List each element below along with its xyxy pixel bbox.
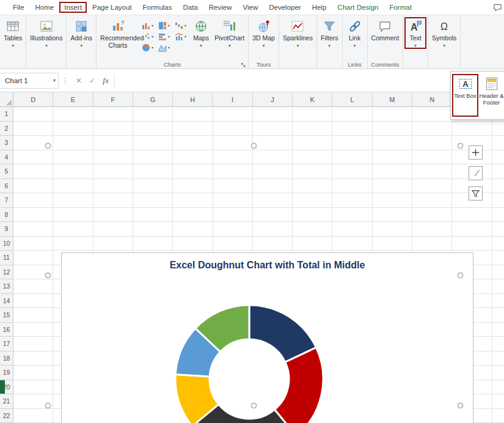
- donut-segment-chemistry[interactable]: [274, 347, 323, 423]
- row-header-3[interactable]: 3: [0, 136, 13, 150]
- chart-handle-w[interactable]: [45, 273, 51, 278]
- chart-type-waterfall-chart[interactable]: ▾: [175, 21, 186, 30]
- chart-handle-sw[interactable]: [45, 403, 51, 408]
- column-header-L[interactable]: L: [332, 92, 372, 106]
- tab-formulas[interactable]: Formulas: [137, 2, 178, 13]
- chevron-down-icon: ▾: [328, 43, 331, 48]
- tab-home[interactable]: Home: [30, 2, 60, 13]
- chart-type-hierarchy-chart[interactable]: ▾: [158, 21, 170, 30]
- chart-handle-e[interactable]: [458, 273, 463, 278]
- row-header-5[interactable]: 5: [0, 164, 13, 179]
- excel-window: FileHomeInsertPage LayoutFormulasDataRev…: [0, 0, 504, 423]
- row-header-12[interactable]: 12: [0, 265, 13, 280]
- chart-type-bar-chart[interactable]: ▾: [158, 32, 170, 41]
- row-header-16[interactable]: 16: [0, 323, 13, 337]
- row-header-18[interactable]: 18: [0, 351, 13, 366]
- name-box-caret-icon: ▾: [53, 78, 56, 83]
- chart-type-col-chart[interactable]: ▾: [142, 21, 153, 30]
- row-header-10[interactable]: 10: [0, 237, 13, 251]
- column-header-G[interactable]: G: [133, 92, 173, 106]
- chart-type-surface-chart[interactable]: ▾: [158, 43, 170, 52]
- select-all-cell[interactable]: [0, 92, 13, 107]
- ribbon-button-sparklines[interactable]: Sparklines▾: [280, 17, 315, 48]
- ribbon-button-link[interactable]: Link▾: [344, 17, 366, 48]
- chart-handle-ne[interactable]: [458, 143, 463, 149]
- column-header-I[interactable]: I: [213, 92, 252, 106]
- chart-type-pie-chart[interactable]: ▾: [142, 43, 153, 52]
- enter-icon[interactable]: ✓: [86, 76, 99, 85]
- ribbon-button-pivotchart[interactable]: PivotChart▾: [212, 17, 247, 48]
- menu-item-header-footer[interactable]: Header & Footer: [478, 74, 504, 117]
- formula-input[interactable]: [117, 73, 504, 89]
- column-header-E[interactable]: E: [53, 92, 93, 106]
- row-header-1[interactable]: 1: [0, 107, 13, 122]
- chart-elements-button[interactable]: [469, 145, 483, 160]
- chart-type-scatter-chart[interactable]: ▾: [142, 32, 153, 41]
- chart-handle-se[interactable]: [458, 403, 463, 408]
- cancel-icon[interactable]: ✕: [72, 76, 86, 85]
- row-header-11[interactable]: 11: [0, 251, 13, 265]
- tab-chart-design[interactable]: Chart Design: [332, 2, 384, 13]
- chart-handle-n[interactable]: [251, 143, 257, 149]
- chart-handle-nw[interactable]: [45, 143, 51, 149]
- svg-text:?: ?: [121, 20, 124, 26]
- tab-review[interactable]: Review: [203, 2, 238, 13]
- row-header-15[interactable]: 15: [0, 308, 13, 323]
- column-header-J[interactable]: J: [253, 92, 293, 106]
- chart-styles-button[interactable]: [469, 166, 483, 180]
- ribbon-button-3d-map[interactable]: 3D Map▾: [250, 17, 277, 48]
- tab-data[interactable]: Data: [178, 2, 203, 13]
- column-header-M[interactable]: M: [373, 92, 412, 106]
- sparkline-icon: [290, 19, 305, 34]
- ribbon-button-tables[interactable]: Tables▾: [1, 17, 24, 48]
- row-header-9[interactable]: 9: [0, 222, 13, 237]
- ribbon-button-filters[interactable]: Filters▾: [318, 17, 341, 48]
- chart-object[interactable]: Excel Doughnut Chart with Total in Middl…: [61, 252, 473, 423]
- ribbon-button-text[interactable]: AText▾: [404, 17, 426, 49]
- ribbon-button-recommended-charts[interactable]: ?Recommended Charts: [98, 17, 138, 50]
- tab-view[interactable]: View: [238, 2, 264, 13]
- tab-format[interactable]: Format: [384, 2, 417, 13]
- dialog-launcher-icon[interactable]: [241, 62, 246, 67]
- menu-item-text-box[interactable]: AText Box: [452, 74, 478, 117]
- chart-type-combo-chart[interactable]: ▾: [175, 32, 186, 41]
- ribbon-button-maps[interactable]: Maps▾: [190, 17, 212, 48]
- row-header-4[interactable]: 4: [0, 150, 13, 165]
- row-header-20[interactable]: 20: [0, 380, 13, 395]
- tab-page-layout[interactable]: Page Layout: [87, 2, 137, 13]
- chevron-down-icon: ▾: [152, 24, 153, 28]
- column-header-K[interactable]: K: [293, 92, 332, 106]
- row-header-7[interactable]: 7: [0, 193, 13, 208]
- row-header-22[interactable]: 22: [0, 409, 13, 423]
- insert-function-icon[interactable]: fx: [99, 76, 112, 86]
- row-header-13[interactable]: 13: [0, 279, 13, 294]
- headerfooter-icon: [484, 76, 500, 92]
- name-box[interactable]: Chart 1 ▾: [0, 73, 59, 89]
- row-header-6[interactable]: 6: [0, 179, 13, 194]
- worksheet-grid[interactable]: Excel Doughnut Chart with Total in Middl…: [13, 107, 504, 423]
- ribbon-button-symbols[interactable]: ΩSymbols▾: [429, 17, 459, 48]
- chart-filters-button[interactable]: [469, 186, 483, 200]
- row-header-14[interactable]: 14: [0, 294, 13, 309]
- ribbon-group-charts: ?Recommended Charts▾▾▾▾▾▾▾▾Maps▾PivotCha…: [97, 15, 249, 68]
- row-header-8[interactable]: 8: [0, 208, 13, 223]
- row-header-19[interactable]: 19: [0, 366, 13, 380]
- ribbon-button-add-ins[interactable]: Add-ins▾: [68, 17, 95, 48]
- ribbon-button-illustrations[interactable]: Illustrations▾: [27, 17, 65, 48]
- column-header-F[interactable]: F: [93, 92, 133, 106]
- chart-handle-s[interactable]: [251, 403, 257, 408]
- column-header-D[interactable]: D: [13, 92, 53, 106]
- tab-help[interactable]: Help: [307, 2, 332, 13]
- row-header-2[interactable]: 2: [0, 122, 13, 136]
- column-header-N[interactable]: N: [412, 92, 452, 106]
- tab-insert[interactable]: Insert: [59, 2, 87, 13]
- formula-bar-drag-handle[interactable]: ⋮: [59, 76, 72, 85]
- ribbon-button-comment[interactable]: Comment: [369, 17, 402, 42]
- chevron-down-icon: ▾: [184, 35, 186, 39]
- column-header-H[interactable]: H: [173, 92, 213, 106]
- tab-file[interactable]: File: [7, 2, 30, 13]
- tab-developer[interactable]: Developer: [263, 2, 306, 13]
- comments-bubble-icon[interactable]: [493, 3, 502, 12]
- row-header-21[interactable]: 21: [0, 394, 13, 409]
- row-header-17[interactable]: 17: [0, 337, 13, 351]
